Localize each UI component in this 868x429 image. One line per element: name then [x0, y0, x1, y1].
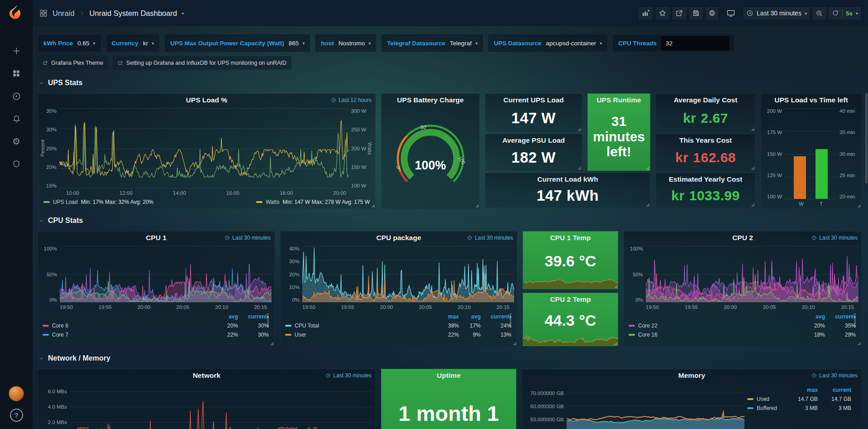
- bar-watts[interactable]: [794, 156, 806, 199]
- legend-col-avg[interactable]: avg: [459, 312, 481, 321]
- panel-resize-handle[interactable]: [371, 204, 375, 207]
- cpu2-chart[interactable]: [646, 246, 858, 303]
- legend-col-current[interactable]: current▾: [481, 312, 511, 321]
- panel-title[interactable]: CPU 1 Temp: [523, 231, 618, 244]
- legend-col-max[interactable]: max: [784, 386, 818, 395]
- share-dashboard-button[interactable]: [672, 6, 687, 20]
- legend-series-used[interactable]: Used: [747, 395, 784, 404]
- panel-title[interactable]: Average Daily Cost: [656, 94, 755, 106]
- legend-col-current[interactable]: current▾: [825, 312, 856, 321]
- panel-title[interactable]: Estimated Yearly Cost: [656, 173, 755, 186]
- refresh-interval-label[interactable]: 5s: [846, 10, 853, 17]
- panel-title[interactable]: UPS Load %: [38, 94, 375, 106]
- panel-title[interactable]: Uptime: [382, 369, 516, 382]
- panel-resize-handle[interactable]: [614, 284, 617, 288]
- panel-title[interactable]: Current UPS Load: [486, 94, 582, 106]
- sidebar-item-create[interactable]: [6, 40, 27, 61]
- variable-value-dropdown[interactable]: Telegraf▾: [450, 40, 477, 47]
- legend-item-ups-load[interactable]: UPS Load Min: 17% Max: 32% Avg: 20%: [43, 199, 153, 205]
- panel-time-range[interactable]: Last 30 minutes: [811, 372, 858, 379]
- panel-title[interactable]: UPS Runtime: [588, 94, 650, 106]
- panel-resize-handle[interactable]: [646, 203, 649, 207]
- variable-value-dropdown[interactable]: apcupsd-container▾: [546, 40, 602, 47]
- legend-col-current[interactable]: current: [818, 386, 851, 395]
- cycle-view-mode-button[interactable]: [723, 6, 739, 20]
- cpu-package-chart[interactable]: [302, 246, 514, 303]
- panel-resize-handle[interactable]: [751, 203, 754, 207]
- panel-title[interactable]: This Years Cost: [656, 134, 755, 147]
- panel-resize-handle[interactable]: [614, 342, 617, 345]
- panel-resize-handle[interactable]: [857, 204, 861, 207]
- panel-title[interactable]: Current Load kWh: [486, 173, 650, 186]
- panel-title[interactable]: Memory: [522, 369, 861, 382]
- sidebar-item-configuration[interactable]: ⚙: [6, 131, 27, 152]
- legend-scrollbar[interactable]: [510, 313, 511, 328]
- ups-bar-chart[interactable]: [785, 108, 837, 199]
- memory-chart[interactable]: [567, 384, 744, 429]
- panel-time-range[interactable]: Last 30 minutes: [811, 235, 858, 241]
- grafana-logo[interactable]: [7, 4, 26, 23]
- dashboard-link-ups-monitoring[interactable]: Setting up Grafana and InfluxDB for UPS …: [113, 56, 291, 70]
- panel-resize-handle[interactable]: [646, 166, 649, 170]
- breadcrumb-title[interactable]: Unraid System Dashboard: [90, 9, 177, 18]
- panel-time-range[interactable]: Last 30 minutes: [325, 372, 372, 379]
- save-dashboard-button[interactable]: [688, 6, 704, 20]
- variable-value-dropdown[interactable]: 0.65▾: [77, 40, 95, 47]
- panel-title[interactable]: UPS Battery Charge: [382, 94, 479, 106]
- panel-resize-handle[interactable]: [513, 342, 516, 345]
- variable-value-dropdown[interactable]: 865▾: [289, 40, 305, 47]
- legend-series-cpu-total[interactable]: CPU Total: [285, 321, 437, 330]
- row-header-network-memory[interactable]: Network / Memory: [38, 352, 862, 364]
- variable-value-dropdown[interactable]: kr▾: [143, 40, 154, 47]
- panel-title[interactable]: Average PSU Load: [486, 134, 582, 147]
- panel-resize-handle[interactable]: [751, 166, 754, 170]
- legend-col-avg[interactable]: avg: [801, 312, 825, 321]
- legend-series-user[interactable]: User: [285, 330, 437, 339]
- sidebar-item-server-admin[interactable]: [6, 154, 27, 174]
- breadcrumb-root[interactable]: Unraid: [52, 9, 75, 18]
- dashboard-scrollbar[interactable]: [865, 93, 868, 183]
- bar-time-left[interactable]: [816, 149, 828, 199]
- sidebar-item-dashboards[interactable]: [6, 63, 27, 84]
- panel-time-range[interactable]: Last 30 minutes: [467, 235, 513, 241]
- dashboard-settings-button[interactable]: ⚙: [705, 6, 719, 20]
- variable-value-dropdown[interactable]: Nostromo▾: [339, 40, 371, 47]
- sidebar-item-explore[interactable]: [6, 86, 27, 106]
- panel-resize-handle[interactable]: [857, 342, 861, 345]
- legend-series-core16[interactable]: Core 16: [629, 330, 801, 339]
- legend-col-current[interactable]: current▾: [238, 312, 269, 321]
- panel-resize-handle[interactable]: [577, 166, 581, 170]
- legend-series-buffered[interactable]: Buffered: [747, 404, 784, 413]
- help-icon[interactable]: ?: [10, 409, 23, 422]
- legend-series-core22[interactable]: Core 22: [629, 321, 801, 330]
- panel-resize-handle[interactable]: [577, 127, 581, 131]
- row-header-ups-stats[interactable]: UPS Stats: [38, 77, 862, 89]
- ups-load-chart[interactable]: [59, 108, 348, 188]
- user-avatar[interactable]: [9, 386, 24, 401]
- legend-item-watts[interactable]: Watts Min: 147 W Max: 278 W Avg: 175 W: [256, 199, 370, 205]
- panel-resize-handle[interactable]: [751, 127, 754, 131]
- panel-title[interactable]: UPS Load vs Time left: [761, 94, 861, 106]
- refresh-picker[interactable]: 5s ▾: [828, 6, 862, 20]
- time-picker[interactable]: Last 30 minutes ▾: [743, 6, 811, 20]
- network-chart[interactable]: [70, 384, 372, 429]
- panel-title[interactable]: CPU 2 Temp: [523, 293, 618, 306]
- cpu-threads-input[interactable]: [661, 36, 729, 50]
- legend-series-core7[interactable]: Core 7: [43, 330, 215, 339]
- panel-resize-handle[interactable]: [475, 204, 479, 207]
- panel-title[interactable]: Network: [38, 369, 375, 382]
- legend-scrollbar[interactable]: [854, 313, 856, 328]
- panel-time-range[interactable]: Last 12 hours: [331, 97, 372, 103]
- zoom-out-button[interactable]: [812, 6, 827, 20]
- panel-time-range[interactable]: Last 30 minutes: [224, 235, 271, 241]
- panel-resize-handle[interactable]: [270, 342, 274, 345]
- add-panel-button[interactable]: [638, 6, 653, 20]
- legend-col-avg[interactable]: avg: [215, 312, 238, 321]
- chevron-down-icon[interactable]: ▾: [181, 11, 184, 16]
- cpu1-chart[interactable]: [60, 246, 272, 303]
- row-header-cpu-stats[interactable]: CPU Stats: [38, 215, 862, 227]
- star-dashboard-button[interactable]: [655, 6, 670, 20]
- legend-series-core6[interactable]: Core 6: [43, 321, 215, 330]
- legend-scrollbar[interactable]: [267, 313, 269, 328]
- dashboard-link-plex-theme[interactable]: Grafana Plex Theme: [38, 56, 108, 70]
